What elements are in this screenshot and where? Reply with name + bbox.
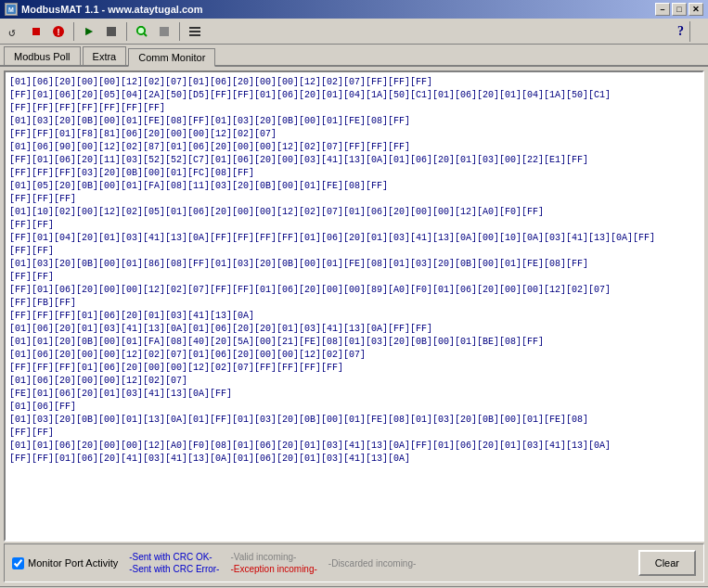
comm-monitor-line: [FF][FF] — [9, 219, 699, 232]
main-panel: [01][06][20][00][00][12][02][07][01][06]… — [0, 67, 708, 586]
tab-bar: Modbus Poll Extra Comm Monitor — [0, 45, 708, 67]
svg-marker-3 — [32, 28, 40, 35]
comm-monitor-line: [01][05][20][0B][00][01][FA][08][11][03]… — [9, 180, 699, 193]
comm-monitor-line: [FF][01][06][20][11][03][52][52][C7][01]… — [9, 154, 699, 167]
window-title: ModbusMAT 1.1 - www.ataytugal.com — [21, 4, 203, 15]
comm-monitor-line: [01][10][02][00][12][02][05][01][06][20]… — [9, 206, 699, 219]
comm-monitor-line: [01][01][06][20][00][00][12][A0][F0][08]… — [9, 440, 699, 453]
svg-line-9 — [144, 33, 147, 36]
comm-monitor-line: [FE][01][06][20][01][03][41][13][0A][FF] — [9, 388, 699, 401]
stop2-button[interactable] — [101, 21, 122, 42]
comm-monitor-line: [01][06][20][01][03][41][13][0A][01][06]… — [9, 323, 699, 336]
comm-monitor-line: [FF][FF][FF] — [9, 193, 699, 206]
svg-rect-6 — [107, 27, 116, 36]
svg-rect-11 — [189, 27, 200, 29]
comm-monitor-line: [FF][FF][FF][01][06][20][01][03][41][13]… — [9, 310, 699, 323]
tab-modbus-poll[interactable]: Modbus Poll — [4, 46, 81, 65]
monitor-status-bar: Monitor Port Activity -Sent with CRC OK-… — [4, 543, 704, 582]
refresh-button[interactable]: ↺ — [4, 21, 24, 42]
comm-monitor-line: [FF][FF][FF][FF][FF][FF][FF] — [9, 102, 699, 115]
comm-monitor-line: [01][06][90][00][12][02][87][01][06][20]… — [9, 141, 699, 154]
close-button[interactable]: ✕ — [689, 3, 703, 16]
comm-monitor-line: [01][03][20][0B][00][01][13][0A][01][FF]… — [9, 414, 699, 427]
tab-extra[interactable]: Extra — [83, 46, 127, 65]
app-icon: M — [5, 3, 18, 16]
separator-1 — [73, 22, 74, 41]
title-bar: M ModbusMAT 1.1 - www.ataytugal.com – □ … — [0, 0, 708, 19]
legend-incoming: -Valid incoming- -Exception incoming- — [230, 552, 316, 574]
comm-monitor-line: [01][01][20][0B][00][01][FA][08][40][20]… — [9, 336, 699, 349]
comm-monitor-line: [01][06][20][00][00][12][02][07][01][06]… — [9, 349, 699, 362]
comm-monitor-line: [FF][FF] — [9, 245, 699, 258]
monitor-checkbox-input[interactable] — [12, 557, 24, 569]
comm-monitor-line: [FF][FF] — [9, 271, 699, 284]
svg-text:↺: ↺ — [8, 26, 16, 39]
comm-monitor-line: [FF][01][06][20][00][00][12][02][07][FF]… — [9, 284, 699, 297]
stop3-button[interactable] — [154, 21, 174, 42]
comm-monitor-line: [01][03][20][0B][00][01][FE][08][FF][01]… — [9, 115, 699, 128]
comm-monitor-line: [01][03][20][0B][00][01][86][08][FF][01]… — [9, 258, 699, 271]
help-button[interactable]: ? — [677, 24, 684, 39]
comm-monitor-line: [01][06][FF] — [9, 401, 699, 414]
legend-discarded: -Discarded incoming- — [328, 558, 416, 569]
svg-text:M: M — [8, 6, 14, 13]
comm-monitor-line: [01][06][20][00][00][12][02][07] — [9, 375, 699, 388]
maximize-button[interactable]: □ — [672, 3, 687, 16]
tab-comm-monitor[interactable]: Comm Monitor — [128, 48, 215, 67]
comm-monitor-line: [FF][01][04][20][01][03][41][13][0A][FF]… — [9, 232, 699, 245]
comm-monitor-line: [FF][FF][01][06][20][41][03][41][13][0A]… — [9, 453, 699, 466]
legend-valid: -Valid incoming- — [230, 552, 316, 562]
scrollbar-up[interactable] — [689, 21, 704, 42]
comm-monitor-line: [FF][01][06][20][05][04][2A][50][D5][FF]… — [9, 89, 699, 102]
window-controls: – □ ✕ — [655, 3, 703, 16]
legend-crc-ok: -Sent with CRC OK- — [129, 552, 219, 562]
title-bar-left: M ModbusMAT 1.1 - www.ataytugal.com — [5, 3, 203, 16]
legend-crc-error: -Sent with CRC Error- — [129, 564, 219, 574]
minimize-button[interactable]: – — [655, 3, 670, 16]
monitor-port-activity-checkbox[interactable]: Monitor Port Activity — [12, 557, 118, 569]
monitor-checkbox-label: Monitor Port Activity — [28, 557, 118, 569]
comm-monitor-line: [01][06][20][00][00][12][02][07][01][06]… — [9, 76, 699, 89]
comm-monitor-line: [FF][FF][FF][01][06][20][00][00][12][02]… — [9, 362, 699, 375]
comm-monitor-line: [FF][FB][FF] — [9, 297, 699, 310]
toolbar: ↺ ! ► — [0, 19, 708, 45]
svg-point-8 — [137, 27, 145, 34]
comm-monitor-display[interactable]: [01][06][20][00][00][12][02][07][01][06]… — [4, 70, 704, 542]
svg-text:!: ! — [56, 28, 61, 38]
svg-rect-12 — [189, 31, 200, 32]
clear-button[interactable]: Clear — [638, 550, 696, 576]
play-button[interactable]: ► — [79, 21, 99, 42]
svg-rect-10 — [160, 27, 169, 36]
separator-2 — [126, 22, 127, 41]
svg-rect-13 — [189, 34, 200, 36]
comm-monitor-line: [FF][FF][01][F8][81][06][20][00][00][12]… — [9, 128, 699, 141]
error-button[interactable]: ! — [48, 21, 69, 42]
search-button[interactable] — [132, 21, 152, 42]
legend-discarded: -Discarded incoming- — [328, 558, 416, 569]
stop-button[interactable] — [26, 21, 46, 42]
list-button[interactable] — [185, 21, 205, 42]
legend-sent: -Sent with CRC OK- -Sent with CRC Error- — [129, 552, 219, 574]
comm-monitor-line: [FF][FF] — [9, 427, 699, 440]
legend-exception: -Exception incoming- — [230, 564, 316, 574]
comm-monitor-line: [FF][FF][FF][03][20][0B][00][01][FC][08]… — [9, 167, 699, 180]
separator-3 — [179, 22, 180, 41]
